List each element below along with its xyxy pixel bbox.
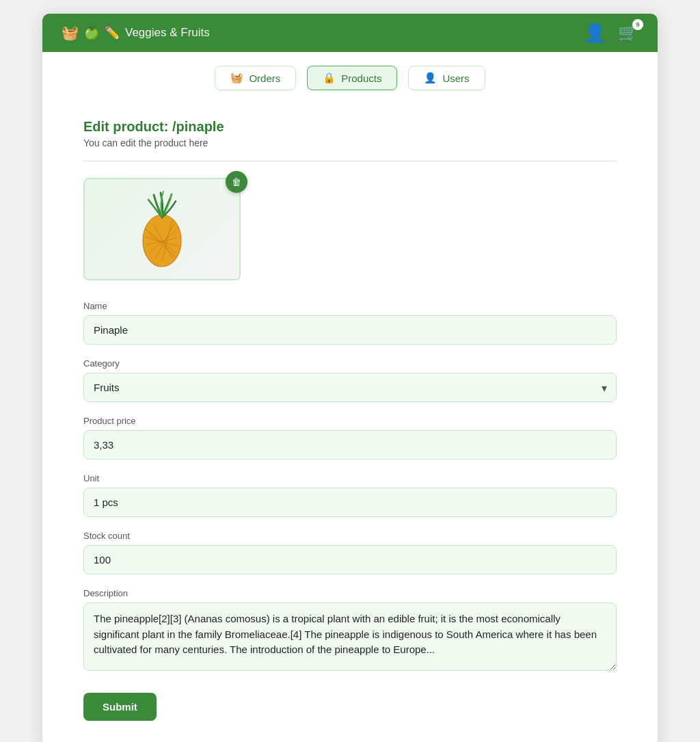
product-image-box bbox=[83, 178, 241, 280]
category-label: Category bbox=[83, 358, 617, 369]
brand: 🧺 🍏 ✏️ Veggies & Fruits bbox=[62, 25, 210, 41]
unit-group: Unit bbox=[83, 473, 617, 517]
category-group: Category Fruits Vegetables Other ▾ bbox=[83, 358, 617, 402]
navigation: 🧺 Orders 🔒 Products 👤 Users bbox=[42, 52, 658, 98]
header: 🧺 🍏 ✏️ Veggies & Fruits 👤 🛒 9 bbox=[42, 14, 658, 52]
product-image-placeholder bbox=[85, 179, 239, 279]
edit-product-form: Name Category Fruits Vegetables Other ▾ … bbox=[83, 301, 617, 721]
delete-image-button[interactable]: 🗑 bbox=[226, 171, 247, 193]
user-avatar-icon[interactable]: 👤 bbox=[584, 23, 606, 44]
nav-orders[interactable]: 🧺 Orders bbox=[215, 66, 296, 90]
description-group: Description The pineapple[2][3] (Ananas … bbox=[83, 588, 617, 674]
nav-users-label: Users bbox=[442, 72, 469, 84]
users-icon: 👤 bbox=[424, 72, 437, 84]
products-icon: 🔒 bbox=[323, 72, 336, 84]
basket-icon: 🧺 bbox=[62, 25, 79, 41]
page-subtitle: You can edit the product here bbox=[83, 137, 617, 148]
brand-name: Veggies & Fruits bbox=[125, 26, 210, 40]
pen-icon: ✏️ bbox=[105, 25, 120, 40]
nav-products[interactable]: 🔒 Products bbox=[307, 66, 397, 90]
stock-input[interactable] bbox=[83, 545, 617, 574]
category-select[interactable]: Fruits Vegetables Other bbox=[83, 373, 617, 402]
name-group: Name bbox=[83, 301, 617, 345]
nav-orders-label: Orders bbox=[249, 72, 280, 84]
unit-label: Unit bbox=[83, 473, 617, 483]
pineapple-image bbox=[135, 185, 189, 274]
apple-icon: 🍏 bbox=[84, 25, 99, 40]
stock-group: Stock count bbox=[83, 531, 617, 574]
unit-input[interactable] bbox=[83, 488, 617, 517]
description-textarea[interactable]: The pineapple[2][3] (Ananas comosus) is … bbox=[83, 602, 617, 671]
product-image-container: 🗑 bbox=[83, 178, 241, 280]
main-content: Edit product: /pinaple You can edit the … bbox=[42, 98, 658, 742]
submit-button[interactable]: Submit bbox=[83, 693, 157, 721]
header-actions: 👤 🛒 9 bbox=[584, 23, 638, 44]
description-label: Description bbox=[83, 588, 617, 598]
stock-label: Stock count bbox=[83, 531, 617, 541]
name-input[interactable] bbox=[83, 315, 617, 345]
page-title: Edit product: /pinaple bbox=[83, 119, 617, 135]
nav-products-label: Products bbox=[341, 72, 381, 84]
cart-icon[interactable]: 🛒 9 bbox=[618, 23, 638, 42]
orders-icon: 🧺 bbox=[230, 72, 243, 84]
name-label: Name bbox=[83, 301, 617, 311]
trash-icon: 🗑 bbox=[232, 176, 241, 187]
app-window: 🧺 🍏 ✏️ Veggies & Fruits 👤 🛒 9 🧺 Orders 🔒… bbox=[42, 14, 658, 742]
nav-users[interactable]: 👤 Users bbox=[408, 66, 485, 90]
divider bbox=[83, 161, 617, 161]
price-input[interactable] bbox=[83, 430, 617, 460]
cart-badge: 9 bbox=[632, 19, 643, 30]
category-select-wrapper: Fruits Vegetables Other ▾ bbox=[83, 373, 617, 402]
price-label: Product price bbox=[83, 416, 617, 426]
price-group: Product price bbox=[83, 416, 617, 460]
